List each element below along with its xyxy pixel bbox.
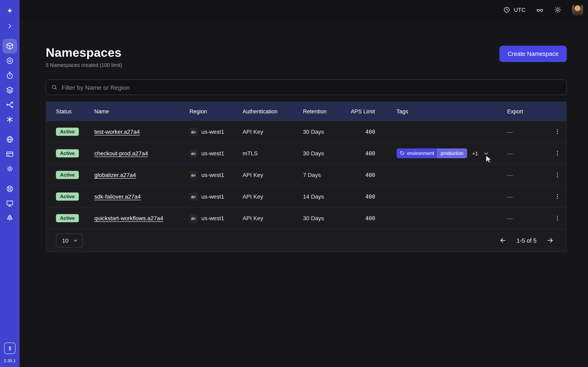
gear-icon [6,165,14,173]
row-menu-button[interactable] [552,148,563,159]
sidebar-item-billing[interactable] [2,147,17,161]
namespace-link[interactable]: sdk-failover.a27a4 [94,193,141,200]
col-name: Name [94,108,190,114]
kebab-icon [554,128,561,135]
sidebar-item-docs[interactable] [2,196,17,211]
branch-icon [6,101,14,109]
asterisk-icon [6,115,14,124]
status-badge: Active [56,128,79,136]
layers-icon [6,86,14,94]
sidebar-expand-button[interactable] [2,19,17,33]
gcp-icon [190,149,198,157]
table-row: Active globalizer.a27a4 us-west1 API Key… [46,164,566,185]
chevron-down-icon[interactable] [483,150,489,156]
page-size-select[interactable]: 10 [56,234,83,247]
auth-value: API Key [242,193,303,200]
sidebar-item-namespaces[interactable] [2,39,17,53]
region-label: us-west1 [201,215,224,221]
tag-icon [400,151,405,156]
col-region: Region [190,108,242,114]
col-retention: Retention [303,108,351,114]
aps-value: 400 [351,193,375,200]
row-menu-button[interactable] [552,191,563,202]
row-menu-button[interactable] [552,169,563,181]
retention-value: 30 Days [303,215,351,221]
table-row: Active checkout-prod.a27a4 us-west1 mTLS… [46,142,566,164]
glasses-icon[interactable] [536,6,544,13]
globe-icon [6,135,14,143]
sidebar-item-settings[interactable] [2,161,17,176]
timezone-button[interactable]: UTC [503,6,526,13]
export-value: — [507,150,548,157]
aps-value: 400 [351,172,375,178]
app-window: 2.35.1 UTC Namespaces 5 Namespac [0,0,588,367]
timezone-label: UTC [514,7,526,13]
sidebar-item-schedules[interactable] [2,68,17,83]
sidebar-item-support[interactable] [2,182,17,196]
user-avatar[interactable] [572,4,583,15]
cube-icon [6,42,14,50]
gcp-icon [190,171,198,179]
status-badge: Active [56,149,79,157]
gcp-icon [190,192,198,201]
sidebar-item-nexus[interactable] [2,112,17,127]
prev-page-button[interactable] [499,236,507,244]
arrow-right-icon [546,236,554,244]
chevron-down-icon [72,238,78,243]
table-row: Active test-worker.a27a4 us-west1 API Ke… [46,121,566,142]
page-title: Namespaces [46,46,122,59]
auth-value: API Key [242,215,303,221]
col-export: Export [507,108,548,114]
monitor-icon [6,200,14,208]
tag-more-count[interactable]: +1 [472,150,478,156]
retention-value: 30 Days [303,150,351,157]
namespace-link[interactable]: quickstart-workflows.a27a4 [94,215,163,221]
region-label: us-west1 [201,172,224,178]
tag-value: production [437,149,467,158]
sidebar-item-deployments[interactable] [2,83,17,98]
table-row: Active quickstart-workflows.a27a4 us-wes… [46,207,566,229]
clock-icon [503,6,510,13]
main-area: UTC Namespaces 5 Namespaces created (100… [20,0,588,367]
target-icon [6,57,14,65]
sun-icon[interactable] [554,6,562,13]
row-menu-button[interactable] [552,126,563,137]
filter-search[interactable] [46,80,567,95]
retention-value: 30 Days [303,128,351,135]
kebab-icon [554,150,561,157]
row-menu-button[interactable] [552,212,563,224]
namespace-link[interactable]: test-worker.a27a4 [94,128,140,135]
sidebar-item-batch-operations[interactable] [2,98,17,112]
credit-card-icon [6,150,14,158]
search-input[interactable] [62,84,562,91]
col-status: Status [56,108,94,114]
sidebar-item-regions[interactable] [2,132,17,147]
table-row: Active sdk-failover.a27a4 us-west1 API K… [46,185,566,207]
status-badge: Active [56,214,79,222]
rocket-icon [6,214,14,222]
table-header: Status Name Region Authentication Retent… [46,102,566,121]
status-badge: Active [56,171,79,179]
table-footer: 10 1-5 of 5 [46,229,566,252]
sidebar-item-usage[interactable] [4,342,16,354]
app-version: 2.35.1 [4,358,16,363]
kebab-icon [554,193,561,200]
tag-chip[interactable]: environment production [397,149,467,158]
namespace-link[interactable]: globalizer.a27a4 [94,172,136,178]
retention-value: 14 Days [303,193,351,200]
sidebar-item-getting-started[interactable] [2,211,17,225]
gcp-icon [190,128,198,136]
lifebuoy-icon [6,185,14,193]
namespace-link[interactable]: checkout-prod.a27a4 [94,150,148,157]
col-aps-limit: APS Limit [351,108,375,114]
region-label: us-west1 [201,150,224,157]
gcp-icon [190,214,198,222]
export-value: — [507,128,548,135]
next-page-button[interactable] [546,236,554,244]
auth-value: mTLS [242,150,303,157]
page-size-value: 10 [62,237,68,244]
page-content: Namespaces 5 Namespaces created (100 lim… [20,20,588,252]
export-value: — [507,172,548,178]
sidebar-item-workflows[interactable] [2,53,17,68]
create-namespace-button[interactable]: Create Namespace [499,46,567,62]
